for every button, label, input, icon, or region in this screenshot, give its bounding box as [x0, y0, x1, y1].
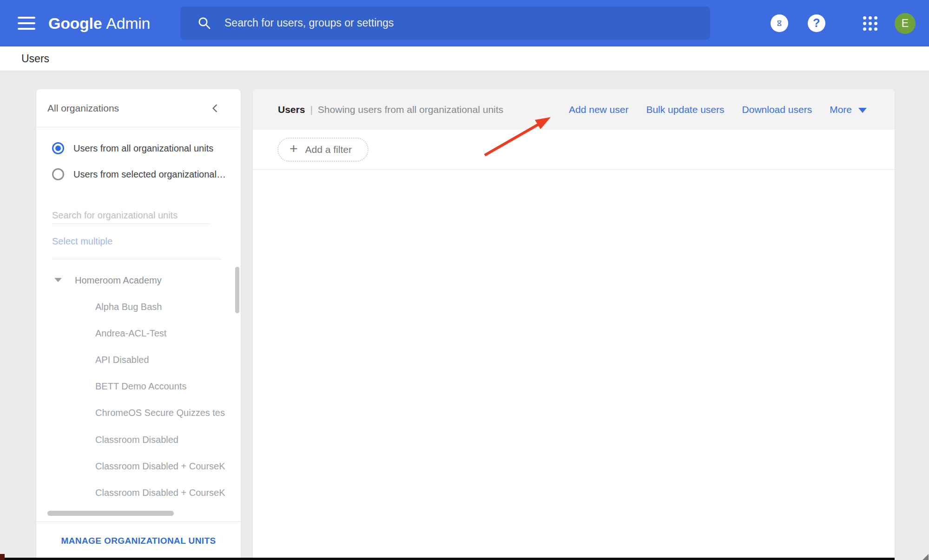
radio-label: Users from all organizational units: [73, 143, 213, 154]
org-units-search-input[interactable]: [52, 207, 211, 224]
org-units-search: [52, 207, 211, 224]
search-icon: [197, 16, 212, 31]
breadcrumb: Users: [21, 46, 49, 71]
users-panel: Users | Showing users from all organizat…: [253, 89, 895, 560]
sidebar-title: All organizations: [47, 103, 119, 114]
resize-handle-icon: [922, 554, 929, 560]
org-tree-root-label: Homeroom Academy: [75, 274, 162, 287]
global-search-bar[interactable]: [180, 7, 710, 40]
filter-row: + Add a filter: [253, 130, 895, 170]
google-admin-logo: Google Admin: [48, 0, 150, 46]
panel-actions: Add new user Bulk update users Download …: [551, 104, 867, 115]
breadcrumb-bar: Users: [0, 46, 929, 71]
app-header: Google Admin ? E: [0, 0, 929, 46]
logo-admin-text: Admin: [106, 14, 150, 33]
organizations-sidebar: All organizations Users from all organiz…: [36, 89, 241, 560]
add-new-user-link[interactable]: Add new user: [569, 104, 628, 115]
radio-all-org-units[interactable]: Users from all organizational units: [52, 142, 213, 154]
page-subtitle: Showing users from all organizational un…: [318, 104, 503, 115]
window-corner: [0, 554, 5, 560]
apps-grid-icon[interactable]: [863, 16, 877, 31]
org-tree-item[interactable]: Classroom Disabled + CourseK: [95, 486, 241, 499]
title-separator: |: [310, 104, 312, 115]
plus-icon: +: [290, 141, 298, 157]
logo-google-text: Google: [48, 14, 102, 33]
search-input[interactable]: [224, 17, 710, 29]
more-menu-button[interactable]: More: [830, 104, 867, 115]
sidebar-header: All organizations: [36, 89, 241, 127]
sidebar-footer: MANAGE ORGANIZATIONAL UNITS: [36, 521, 241, 560]
avatar-letter: E: [902, 17, 909, 30]
help-icon: ?: [813, 16, 820, 30]
manage-org-units-button[interactable]: MANAGE ORGANIZATIONAL UNITS: [61, 536, 216, 546]
window-bottom-edge: [0, 558, 895, 560]
org-tree-item[interactable]: Classroom Disabled + CourseK: [95, 460, 241, 473]
collapse-sidebar-button[interactable]: [210, 103, 220, 113]
pending-tasks-button[interactable]: [771, 14, 788, 32]
chevron-left-icon: [210, 103, 220, 113]
page-title: Users: [278, 104, 305, 115]
select-multiple-link[interactable]: Select multiple: [52, 236, 112, 247]
more-label: More: [830, 104, 852, 115]
add-filter-label: Add a filter: [305, 144, 352, 155]
hourglass-icon: [775, 19, 784, 28]
org-tree-root[interactable]: Homeroom Academy: [36, 274, 241, 287]
radio-unselected-icon: [52, 168, 64, 180]
org-tree-item[interactable]: ChromeOS Secure Quizzes tes: [95, 406, 241, 419]
radio-selected-icon: [52, 142, 64, 154]
divider: [52, 259, 222, 259]
vertical-scrollbar[interactable]: [235, 267, 239, 313]
add-filter-button[interactable]: + Add a filter: [277, 138, 369, 162]
hamburger-menu-icon[interactable]: [18, 17, 35, 30]
org-tree-item[interactable]: BETT Demo Accounts: [95, 380, 241, 393]
panel-title-group: Users | Showing users from all organizat…: [278, 104, 503, 115]
radio-selected-org-units[interactable]: Users from selected organizational…: [52, 168, 226, 180]
chevron-down-icon: [858, 108, 867, 113]
horizontal-scrollbar[interactable]: [47, 511, 174, 516]
org-tree-item[interactable]: Alpha Bug Bash: [95, 300, 241, 313]
google-admin-console: Google Admin ? E Users: [0, 0, 929, 560]
org-tree-item[interactable]: API Disabled: [95, 353, 241, 366]
org-tree-item[interactable]: Classroom Disabled: [95, 433, 241, 446]
avatar[interactable]: E: [895, 13, 916, 34]
org-tree-item[interactable]: Andrea-ACL-Test: [95, 327, 241, 340]
bulk-update-users-link[interactable]: Bulk update users: [646, 104, 724, 115]
radio-label: Users from selected organizational…: [73, 169, 226, 180]
help-button[interactable]: ?: [808, 14, 825, 32]
download-users-link[interactable]: Download users: [742, 104, 812, 115]
expand-caret-icon[interactable]: [54, 278, 62, 282]
users-panel-header: Users | Showing users from all organizat…: [253, 89, 895, 130]
